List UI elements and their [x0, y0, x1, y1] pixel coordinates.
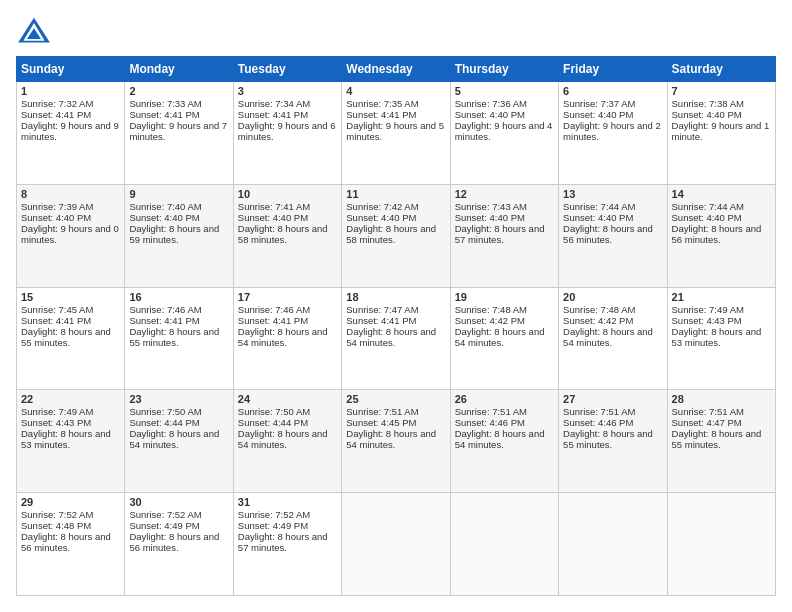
daylight-label: Daylight: 8 hours and 55 minutes. — [563, 428, 653, 450]
day-header-wednesday: Wednesday — [342, 57, 450, 82]
sunrise-label: Sunrise: 7:34 AM — [238, 98, 310, 109]
sunset-label: Sunset: 4:44 PM — [238, 417, 308, 428]
sunrise-label: Sunrise: 7:42 AM — [346, 201, 418, 212]
sunset-label: Sunset: 4:40 PM — [21, 212, 91, 223]
sunrise-label: Sunrise: 7:35 AM — [346, 98, 418, 109]
empty-cell — [559, 493, 667, 596]
daylight-label: Daylight: 8 hours and 56 minutes. — [21, 531, 111, 553]
day-header-monday: Monday — [125, 57, 233, 82]
day-number: 1 — [21, 85, 120, 97]
sunrise-label: Sunrise: 7:36 AM — [455, 98, 527, 109]
day-number: 21 — [672, 291, 771, 303]
day-cell-16: 16Sunrise: 7:46 AMSunset: 4:41 PMDayligh… — [125, 287, 233, 390]
sunset-label: Sunset: 4:41 PM — [238, 109, 308, 120]
daylight-label: Daylight: 8 hours and 57 minutes. — [238, 531, 328, 553]
day-cell-26: 26Sunrise: 7:51 AMSunset: 4:46 PMDayligh… — [450, 390, 558, 493]
sunrise-label: Sunrise: 7:52 AM — [21, 509, 93, 520]
sunset-label: Sunset: 4:45 PM — [346, 417, 416, 428]
day-number: 11 — [346, 188, 445, 200]
sunset-label: Sunset: 4:40 PM — [563, 109, 633, 120]
day-number: 7 — [672, 85, 771, 97]
sunrise-label: Sunrise: 7:49 AM — [21, 406, 93, 417]
day-cell-23: 23Sunrise: 7:50 AMSunset: 4:44 PMDayligh… — [125, 390, 233, 493]
day-number: 3 — [238, 85, 337, 97]
day-header-saturday: Saturday — [667, 57, 775, 82]
page: SundayMondayTuesdayWednesdayThursdayFrid… — [0, 0, 792, 612]
sunrise-label: Sunrise: 7:47 AM — [346, 304, 418, 315]
day-number: 26 — [455, 393, 554, 405]
day-cell-2: 2Sunrise: 7:33 AMSunset: 4:41 PMDaylight… — [125, 82, 233, 185]
daylight-label: Daylight: 8 hours and 54 minutes. — [346, 326, 436, 348]
daylight-label: Daylight: 8 hours and 55 minutes. — [672, 428, 762, 450]
sunrise-label: Sunrise: 7:41 AM — [238, 201, 310, 212]
daylight-label: Daylight: 8 hours and 54 minutes. — [455, 326, 545, 348]
day-number: 5 — [455, 85, 554, 97]
daylight-label: Daylight: 8 hours and 55 minutes. — [21, 326, 111, 348]
day-number: 14 — [672, 188, 771, 200]
sunrise-label: Sunrise: 7:50 AM — [129, 406, 201, 417]
day-number: 9 — [129, 188, 228, 200]
day-cell-28: 28Sunrise: 7:51 AMSunset: 4:47 PMDayligh… — [667, 390, 775, 493]
sunset-label: Sunset: 4:40 PM — [672, 109, 742, 120]
sunset-label: Sunset: 4:43 PM — [21, 417, 91, 428]
daylight-label: Daylight: 8 hours and 58 minutes. — [238, 223, 328, 245]
daylight-label: Daylight: 8 hours and 56 minutes. — [563, 223, 653, 245]
day-cell-25: 25Sunrise: 7:51 AMSunset: 4:45 PMDayligh… — [342, 390, 450, 493]
sunrise-label: Sunrise: 7:52 AM — [129, 509, 201, 520]
week-row-2: 8Sunrise: 7:39 AMSunset: 4:40 PMDaylight… — [17, 184, 776, 287]
day-header-tuesday: Tuesday — [233, 57, 341, 82]
sunrise-label: Sunrise: 7:45 AM — [21, 304, 93, 315]
day-cell-12: 12Sunrise: 7:43 AMSunset: 4:40 PMDayligh… — [450, 184, 558, 287]
daylight-label: Daylight: 9 hours and 1 minute. — [672, 120, 770, 142]
sunset-label: Sunset: 4:48 PM — [21, 520, 91, 531]
day-header-friday: Friday — [559, 57, 667, 82]
header — [16, 16, 776, 46]
day-number: 27 — [563, 393, 662, 405]
day-number: 20 — [563, 291, 662, 303]
sunset-label: Sunset: 4:41 PM — [238, 315, 308, 326]
day-number: 22 — [21, 393, 120, 405]
day-number: 12 — [455, 188, 554, 200]
day-cell-15: 15Sunrise: 7:45 AMSunset: 4:41 PMDayligh… — [17, 287, 125, 390]
day-cell-4: 4Sunrise: 7:35 AMSunset: 4:41 PMDaylight… — [342, 82, 450, 185]
sunrise-label: Sunrise: 7:51 AM — [346, 406, 418, 417]
week-row-1: 1Sunrise: 7:32 AMSunset: 4:41 PMDaylight… — [17, 82, 776, 185]
daylight-label: Daylight: 8 hours and 53 minutes. — [21, 428, 111, 450]
sunset-label: Sunset: 4:40 PM — [346, 212, 416, 223]
day-cell-17: 17Sunrise: 7:46 AMSunset: 4:41 PMDayligh… — [233, 287, 341, 390]
daylight-label: Daylight: 8 hours and 57 minutes. — [455, 223, 545, 245]
sunset-label: Sunset: 4:41 PM — [21, 315, 91, 326]
daylight-label: Daylight: 9 hours and 9 minutes. — [21, 120, 119, 142]
day-cell-9: 9Sunrise: 7:40 AMSunset: 4:40 PMDaylight… — [125, 184, 233, 287]
daylight-label: Daylight: 9 hours and 7 minutes. — [129, 120, 227, 142]
day-number: 30 — [129, 496, 228, 508]
sunset-label: Sunset: 4:41 PM — [129, 315, 199, 326]
sunrise-label: Sunrise: 7:48 AM — [563, 304, 635, 315]
day-number: 17 — [238, 291, 337, 303]
calendar-header-row: SundayMondayTuesdayWednesdayThursdayFrid… — [17, 57, 776, 82]
daylight-label: Daylight: 8 hours and 56 minutes. — [672, 223, 762, 245]
day-cell-6: 6Sunrise: 7:37 AMSunset: 4:40 PMDaylight… — [559, 82, 667, 185]
day-cell-30: 30Sunrise: 7:52 AMSunset: 4:49 PMDayligh… — [125, 493, 233, 596]
sunset-label: Sunset: 4:40 PM — [455, 212, 525, 223]
day-number: 10 — [238, 188, 337, 200]
day-number: 23 — [129, 393, 228, 405]
daylight-label: Daylight: 8 hours and 54 minutes. — [346, 428, 436, 450]
day-header-thursday: Thursday — [450, 57, 558, 82]
week-row-4: 22Sunrise: 7:49 AMSunset: 4:43 PMDayligh… — [17, 390, 776, 493]
day-cell-11: 11Sunrise: 7:42 AMSunset: 4:40 PMDayligh… — [342, 184, 450, 287]
sunset-label: Sunset: 4:42 PM — [455, 315, 525, 326]
week-row-5: 29Sunrise: 7:52 AMSunset: 4:48 PMDayligh… — [17, 493, 776, 596]
sunrise-label: Sunrise: 7:46 AM — [238, 304, 310, 315]
sunset-label: Sunset: 4:41 PM — [346, 315, 416, 326]
sunset-label: Sunset: 4:40 PM — [238, 212, 308, 223]
empty-cell — [450, 493, 558, 596]
day-cell-29: 29Sunrise: 7:52 AMSunset: 4:48 PMDayligh… — [17, 493, 125, 596]
daylight-label: Daylight: 8 hours and 59 minutes. — [129, 223, 219, 245]
day-number: 2 — [129, 85, 228, 97]
sunrise-label: Sunrise: 7:40 AM — [129, 201, 201, 212]
day-cell-8: 8Sunrise: 7:39 AMSunset: 4:40 PMDaylight… — [17, 184, 125, 287]
day-number: 16 — [129, 291, 228, 303]
sunrise-label: Sunrise: 7:51 AM — [563, 406, 635, 417]
day-cell-22: 22Sunrise: 7:49 AMSunset: 4:43 PMDayligh… — [17, 390, 125, 493]
